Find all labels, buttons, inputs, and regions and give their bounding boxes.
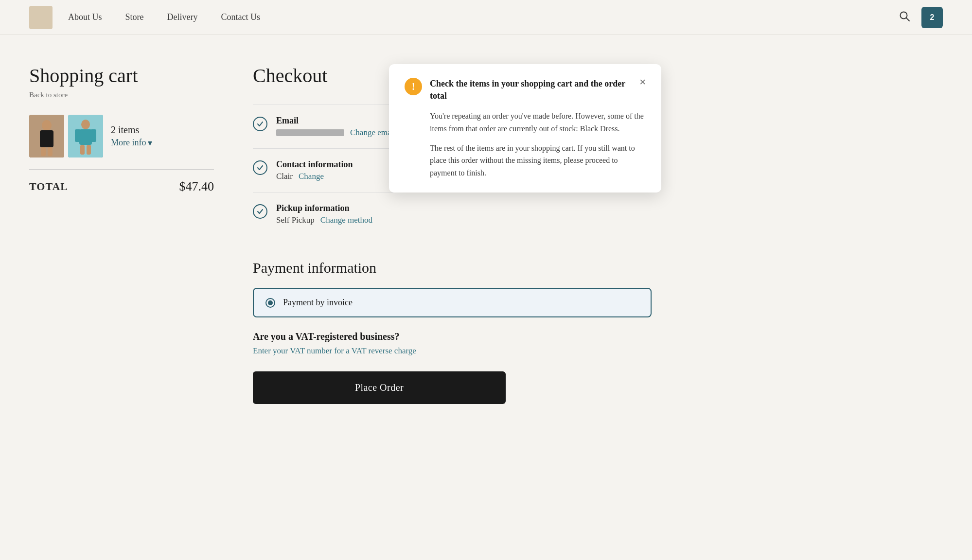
total-label: TOTAL — [29, 180, 68, 193]
change-contact-link[interactable]: Change — [299, 172, 324, 181]
back-to-store: Back to store — [29, 91, 214, 99]
svg-rect-10 — [75, 129, 81, 142]
cart-item-info: 2 items More info ▾ — [111, 124, 152, 148]
alert-body: You're repeating an order you've made be… — [405, 110, 646, 179]
vat-question: Are you a VAT-registered business? — [253, 331, 652, 342]
svg-rect-12 — [80, 145, 85, 155]
svg-rect-9 — [79, 129, 92, 145]
cart-title: Shopping cart — [29, 64, 214, 87]
search-icon[interactable] — [899, 11, 910, 24]
contact-step-content: Contact information Clair Change — [276, 159, 353, 181]
logo — [29, 6, 53, 29]
nav-about[interactable]: About Us — [68, 12, 102, 22]
radio-dot — [268, 300, 273, 305]
svg-rect-6 — [48, 147, 53, 156]
email-check-icon — [253, 117, 267, 131]
payment-radio — [265, 298, 275, 308]
payment-option-label: Payment by invoice — [283, 298, 353, 308]
email-masked-value — [276, 129, 344, 136]
alert-popup: ! Check the items in your shopping cart … — [389, 64, 661, 192]
nav-links: About Us Store Delivery Contact Us — [68, 12, 899, 22]
alert-body-paragraph-1: You're repeating an order you've made be… — [430, 110, 646, 135]
payment-title: Payment information — [253, 260, 652, 276]
contact-step-label: Contact information — [276, 159, 353, 170]
nav-delivery[interactable]: Delivery — [167, 12, 198, 22]
place-order-button[interactable]: Place Order — [253, 371, 506, 404]
pickup-step-content: Pickup information Self Pickup Change me… — [276, 203, 372, 225]
alert-body-paragraph-2: The rest of the items are in your shoppi… — [430, 142, 646, 179]
svg-point-3 — [42, 120, 52, 131]
svg-rect-4 — [40, 130, 53, 147]
vat-link[interactable]: Enter your VAT number for a VAT reverse … — [253, 346, 416, 355]
checkout-step-pickup: Pickup information Self Pickup Change me… — [253, 192, 652, 236]
navigation: About Us Store Delivery Contact Us 2 — [0, 0, 972, 35]
payment-option-invoice[interactable]: Payment by invoice — [253, 288, 652, 317]
pickup-step-value: Self Pickup Change method — [276, 215, 372, 225]
svg-rect-11 — [90, 129, 96, 142]
cart-button[interactable]: 2 — [921, 7, 943, 28]
cart-total-row: TOTAL $47.40 — [29, 169, 214, 194]
main-container: Shopping cart Back to store — [0, 35, 681, 433]
chevron-down-icon: ▾ — [148, 138, 152, 148]
cart-thumbnails — [29, 115, 103, 158]
more-info-button[interactable]: More info ▾ — [111, 138, 152, 148]
cart-items: 2 items More info ▾ — [29, 115, 214, 158]
pickup-method: Self Pickup — [276, 215, 315, 225]
nav-store[interactable]: Store — [125, 12, 144, 22]
cart-count: 2 — [930, 13, 935, 22]
pickup-check-icon — [253, 204, 267, 219]
email-step-label: Email — [276, 116, 396, 126]
alert-close-button[interactable]: × — [639, 76, 646, 88]
alert-warning-icon: ! — [405, 78, 422, 95]
items-count: 2 items — [111, 124, 152, 136]
contact-name: Clair — [276, 172, 293, 181]
payment-section: Payment information Payment by invoice A… — [253, 260, 652, 404]
change-pickup-link[interactable]: Change method — [320, 215, 372, 225]
cart-thumbnail-2 — [68, 115, 103, 158]
nav-right: 2 — [899, 7, 943, 28]
pickup-step-label: Pickup information — [276, 203, 372, 213]
svg-rect-13 — [87, 145, 91, 155]
email-step-value: Change email — [276, 128, 396, 138]
svg-line-1 — [906, 18, 909, 20]
alert-title: Check the items in your shopping cart an… — [430, 78, 632, 102]
alert-header: ! Check the items in your shopping cart … — [405, 78, 646, 102]
cart-thumbnail-1 — [29, 115, 64, 158]
total-amount: $47.40 — [179, 179, 214, 194]
nav-contact[interactable]: Contact Us — [221, 12, 261, 22]
contact-check-icon — [253, 160, 267, 175]
email-step-content: Email Change email — [276, 116, 396, 138]
svg-rect-5 — [41, 147, 46, 156]
contact-step-value: Clair Change — [276, 172, 353, 181]
cart-section: Shopping cart Back to store — [29, 64, 214, 404]
vat-section: Are you a VAT-registered business? Enter… — [253, 331, 652, 356]
svg-point-8 — [81, 120, 90, 129]
